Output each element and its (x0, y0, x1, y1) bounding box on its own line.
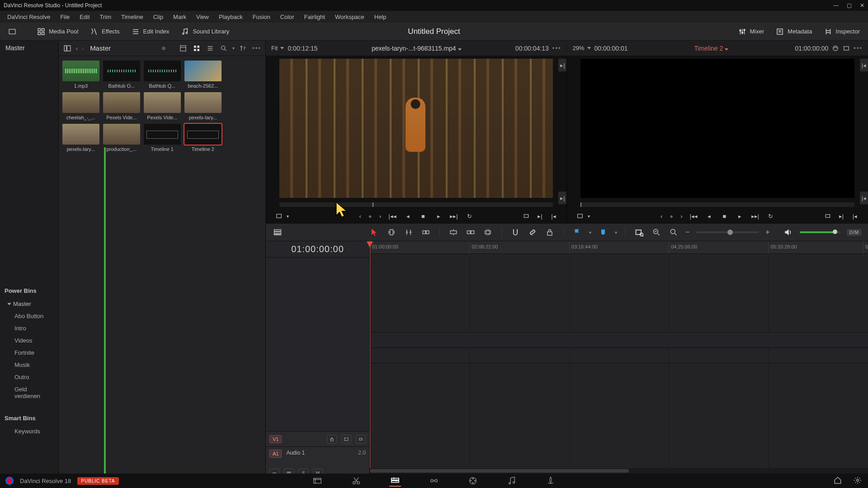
jog-left[interactable]: ‹ (359, 213, 361, 220)
out-point-button[interactable]: ▸| (558, 192, 566, 204)
nav-back[interactable]: ‹ (76, 45, 78, 52)
menu-view[interactable]: View (192, 13, 213, 21)
tl-match-frame-button[interactable]: |◂ (860, 59, 868, 71)
media-item[interactable]: 1.mp3 (62, 61, 99, 89)
fullscreen-button[interactable] (4, 26, 21, 38)
tl-mark-out-button[interactable]: |◂ (851, 212, 859, 220)
media-item[interactable]: Timeline 1 (144, 124, 181, 152)
media-thumbnail[interactable] (184, 124, 222, 145)
smart-bin-item[interactable]: Keywords (0, 425, 58, 437)
metadata-toggle[interactable]: Metadata (771, 26, 816, 38)
search-button[interactable] (219, 43, 229, 53)
menu-mark[interactable]: Mark (169, 13, 191, 21)
tl-viewer-mode-caret[interactable]: ▾ (588, 214, 590, 219)
source-options[interactable]: ••• (552, 45, 561, 52)
media-thumbnail[interactable] (62, 61, 99, 81)
flag-button[interactable] (572, 227, 583, 238)
inspector-toggle[interactable]: Inspector (820, 26, 864, 38)
single-viewer-button[interactable] (843, 45, 850, 52)
media-item[interactable]: Pexels Vide... (103, 92, 140, 120)
overwrite-clip-button[interactable] (465, 227, 476, 238)
list-view-button[interactable] (205, 43, 215, 53)
media-thumbnail[interactable] (184, 61, 222, 81)
media-options[interactable]: ••• (252, 43, 262, 53)
timeline-hscroll[interactable] (370, 468, 868, 474)
source-clip-name[interactable]: pexels-taryn-...t-9683115.mp4 (321, 45, 512, 52)
minimize-button[interactable]: ― (833, 2, 839, 9)
sort-button[interactable] (238, 43, 248, 53)
breadcrumb[interactable]: Master (90, 44, 111, 52)
menu-edit[interactable]: Edit (75, 13, 94, 21)
tl-play-button[interactable]: ▸ (736, 212, 744, 220)
tl-viewer-mode-button[interactable] (576, 212, 584, 220)
link-toggle[interactable] (527, 227, 538, 238)
viewer-mode-caret[interactable]: ▾ (287, 214, 289, 219)
power-bin-item[interactable]: Videos (0, 334, 58, 347)
master-bin[interactable]: Master (0, 41, 58, 55)
sound-library-toggle[interactable]: Sound Library (176, 26, 234, 38)
power-bin-item[interactable]: Outro (0, 371, 58, 383)
viewer-mode-button[interactable] (275, 212, 283, 220)
media-thumbnail[interactable] (103, 124, 140, 145)
timeline-timecode[interactable]: 01:00:00:00 (266, 241, 369, 258)
jog-right[interactable]: › (379, 213, 381, 220)
timeline-name[interactable]: Timeline 2 (631, 45, 791, 52)
media-thumbnail[interactable] (144, 124, 181, 145)
marker-caret[interactable]: ▾ (615, 230, 617, 235)
power-bin-master[interactable]: Master (0, 298, 58, 310)
dim-button[interactable]: DIM (847, 229, 862, 236)
tl-out-button[interactable]: |◂ (860, 192, 868, 204)
dynamic-trim-tool[interactable] (403, 227, 414, 238)
zoom-in-button[interactable]: + (765, 228, 769, 236)
media-item[interactable]: pexels-tary... (62, 124, 99, 152)
tl-overlay-button[interactable] (824, 212, 832, 220)
v1-auto-select-button[interactable] (341, 435, 351, 444)
blade-tool[interactable] (420, 227, 431, 238)
media-item[interactable]: Timeline 2 (184, 124, 222, 152)
overlay-button[interactable] (522, 212, 530, 220)
selection-tool[interactable] (369, 227, 380, 238)
bypass-grade-button[interactable] (832, 45, 839, 52)
tl-loop-button[interactable]: ↻ (767, 212, 775, 220)
source-zoom[interactable]: Fit (271, 45, 284, 52)
metadata-view-button[interactable] (178, 43, 188, 53)
bin-layout-button[interactable] (62, 43, 72, 53)
menu-trim[interactable]: Trim (95, 13, 116, 21)
replace-clip-button[interactable] (482, 227, 493, 238)
monitor-volume-slider[interactable] (800, 231, 840, 233)
v1-lock-button[interactable] (327, 435, 337, 444)
media-item[interactable]: production_... (103, 124, 140, 152)
timeline-scrubber[interactable] (580, 202, 854, 207)
edit-index-toggle[interactable]: Edit Index (127, 26, 174, 38)
menu-timeline[interactable]: Timeline (117, 13, 148, 21)
media-thumbnail[interactable] (144, 92, 181, 113)
menu-davinci[interactable]: DaVinci Resolve (3, 13, 55, 21)
close-button[interactable]: ✕ (860, 2, 864, 9)
video-track-v1[interactable] (370, 254, 868, 348)
media-thumbnail[interactable] (62, 92, 99, 113)
stop-button[interactable]: ■ (419, 212, 427, 220)
nav-forward[interactable]: › (81, 45, 84, 52)
media-item[interactable]: cheetah_-_... (62, 92, 99, 120)
media-page-button[interactable] (311, 475, 323, 487)
source-viewer[interactable]: ▸| ▸| ▾ ‹ ● › |◂◂ ◂ ■ ▸ ▸▸| ↻ (266, 56, 567, 223)
mark-out-button[interactable]: |◂ (549, 212, 557, 220)
deliver-page-button[interactable] (545, 475, 557, 487)
playhead-line[interactable] (370, 241, 370, 474)
mark-in-button[interactable]: ▸| (536, 212, 544, 220)
timeline-viewer[interactable]: |◂ |◂ ▾ ‹ ● › |◂◂ ◂ ■ ▸ ▸▸| ↻ (566, 56, 868, 223)
zoom-full-button[interactable] (634, 227, 645, 238)
tl-mark-in-button[interactable]: ▸| (837, 212, 845, 220)
audio-track-a1[interactable] (370, 348, 868, 474)
tl-jog-right[interactable]: › (680, 213, 682, 220)
media-thumbnail[interactable] (144, 61, 181, 81)
home-button[interactable] (834, 476, 843, 485)
menu-fusion[interactable]: Fusion (248, 13, 275, 21)
detail-zoom-button[interactable] (651, 227, 662, 238)
media-item[interactable]: Bathtub Q... (144, 61, 181, 89)
timeline-ruler[interactable]: 01:00:00:00 02:08:22:00 03:16:44:00 04:2… (370, 241, 868, 254)
power-bin-item[interactable]: Fortnite (0, 347, 58, 359)
tl-go-first-button[interactable]: |◂◂ (690, 212, 698, 220)
marker-button[interactable] (598, 227, 609, 238)
power-bin-item[interactable]: Abo Button (0, 310, 58, 322)
